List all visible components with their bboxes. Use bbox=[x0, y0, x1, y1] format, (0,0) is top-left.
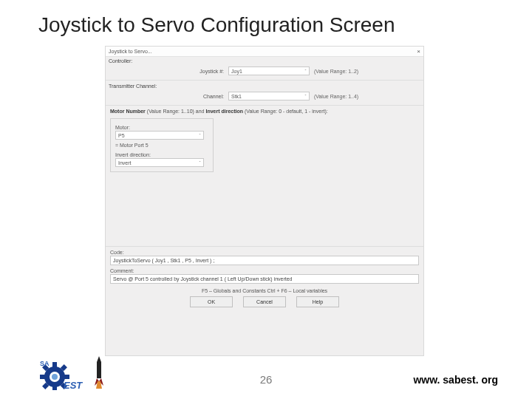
svg-rect-4 bbox=[64, 375, 69, 379]
invert-select[interactable]: Invert ˅ bbox=[115, 158, 204, 167]
svg-rect-2 bbox=[52, 386, 57, 390]
joystick-select[interactable]: Joy1 ˅ bbox=[228, 66, 310, 75]
channel-value: Stk1 bbox=[231, 94, 242, 99]
joystick-hint: (Value Range: 1..2) bbox=[314, 69, 358, 74]
help-button[interactable]: Help bbox=[296, 296, 339, 307]
svg-rect-3 bbox=[40, 375, 46, 379]
invert-value: Invert bbox=[118, 160, 132, 166]
svg-marker-13 bbox=[97, 356, 101, 378]
button-row: OK Cancel Help bbox=[106, 296, 423, 307]
chevron-down-icon: ˅ bbox=[304, 94, 307, 99]
rocket-icon bbox=[93, 356, 105, 390]
code-block: Code: JoystickToServo ( Joy1 , Stk1 , P5… bbox=[110, 250, 419, 265]
motor-header: Motor Number (Value Range: 1..10) and In… bbox=[106, 107, 423, 115]
code-label: Code: bbox=[110, 250, 419, 255]
channel-label: Channel: bbox=[197, 94, 224, 99]
page-number: 26 bbox=[260, 373, 273, 386]
controller-group-label: Controller: bbox=[106, 57, 423, 65]
joystick-label: Joystick #: bbox=[187, 69, 224, 74]
chevron-down-icon: ˅ bbox=[304, 69, 307, 74]
window-title: Joystick to Servo... bbox=[109, 49, 152, 54]
cancel-button[interactable]: Cancel bbox=[243, 296, 286, 307]
svg-point-10 bbox=[52, 374, 58, 380]
window-titlebar: Joystick to Servo... × bbox=[106, 47, 423, 57]
svg-text:SA: SA bbox=[40, 360, 50, 367]
slide-title: Joystick to Servo Configuration Screen bbox=[38, 13, 395, 37]
joystick-value: Joy1 bbox=[231, 69, 242, 74]
motor-label: Motor: bbox=[115, 125, 208, 130]
chevron-down-icon: ˅ bbox=[199, 133, 201, 138]
tx-group-label: Transmitter Channel: bbox=[106, 82, 423, 90]
comment-text[interactable]: Servo @ Port 5 controlled by Joystick ch… bbox=[110, 274, 419, 284]
channel-hint: (Value Range: 1..4) bbox=[314, 94, 358, 99]
sabest-logo: SA EST bbox=[38, 356, 105, 390]
shortcut-hint: F5 – Globals and Constants Ctrl + F6 – L… bbox=[106, 288, 423, 293]
code-text[interactable]: JoystickToServo ( Joy1 , Stk1 , P5 , Inv… bbox=[110, 256, 419, 265]
comment-block: Comment: Servo @ Port 5 controlled by Jo… bbox=[110, 268, 419, 284]
motor-fieldset: Motor: P5 ˅ = Motor Port 5 Invert direct… bbox=[110, 118, 214, 172]
ok-button[interactable]: OK bbox=[190, 296, 233, 307]
motor-select[interactable]: P5 ˅ bbox=[115, 131, 204, 140]
channel-select[interactable]: Stk1 ˅ bbox=[228, 92, 310, 100]
motor-value: P5 bbox=[118, 133, 125, 138]
invert-label: Invert direction: bbox=[115, 152, 208, 157]
motor-port-label: = Motor Port 5 bbox=[115, 143, 208, 148]
svg-rect-1 bbox=[52, 362, 57, 368]
config-window: Joystick to Servo... × Controller: Joyst… bbox=[105, 46, 424, 356]
comment-label: Comment: bbox=[110, 268, 419, 273]
chevron-down-icon: ˅ bbox=[199, 160, 201, 166]
svg-text:EST: EST bbox=[64, 380, 83, 390]
footer-url: www. sabest. org bbox=[413, 374, 498, 386]
close-icon[interactable]: × bbox=[417, 48, 420, 55]
gear-icon: SA EST bbox=[38, 356, 90, 390]
